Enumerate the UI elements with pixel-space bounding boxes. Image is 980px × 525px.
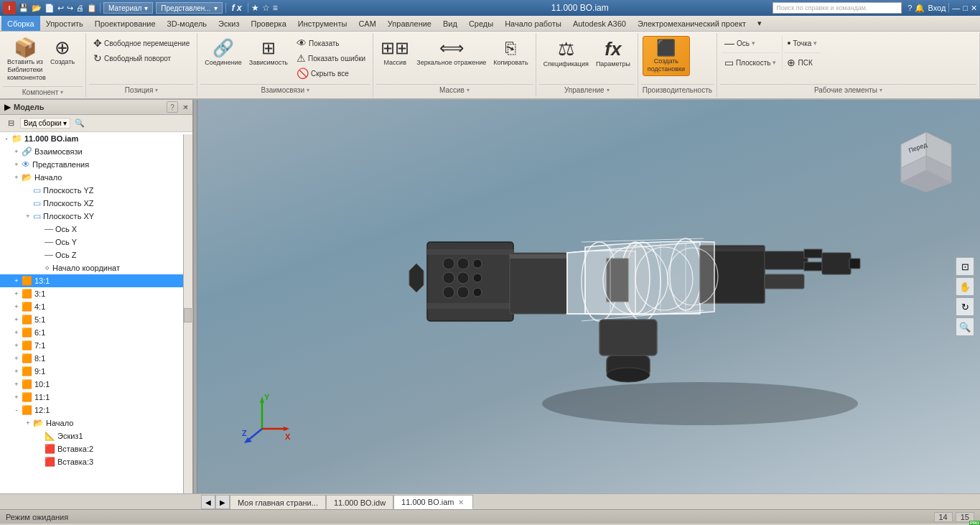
filter-btn[interactable]: ⊟ — [3, 116, 19, 131]
tree-item-axis-z[interactable]: — Ось Z — [0, 248, 192, 261]
menu-assembly[interactable]: Сборка — [1, 16, 40, 31]
tree-expand-origin[interactable]: + — [11, 172, 22, 182]
tree-item-constraints[interactable]: + 🔗 Взаимосвязи — [0, 145, 192, 158]
btn-free-move[interactable]: ✥ Свободное перемещение — [90, 36, 192, 50]
tab-iam[interactable]: 11.000 BO.iam ✕ — [393, 495, 473, 509]
btn-create-substitution[interactable]: ⬛ Создатьподстановки — [643, 36, 690, 76]
help-icon[interactable]: ? — [907, 4, 912, 12]
tree-item-12[interactable]: - 🟧 12:1 — [0, 404, 192, 417]
tree-item-xy[interactable]: + ▭ Плоскость XY — [0, 210, 192, 223]
zoom-extents-btn[interactable]: ⊡ — [956, 257, 974, 276]
tab-home[interactable]: Моя главная страни... — [230, 495, 326, 509]
btn-mirror[interactable]: ⟺ Зеркальное отражение — [414, 36, 489, 69]
menu-cam[interactable]: CAM — [353, 16, 381, 31]
tree-item-6[interactable]: + 🟧 6:1 — [0, 326, 192, 339]
open-icon[interactable]: 📂 — [32, 4, 42, 13]
tree-item-xz[interactable]: ▭ Плоскость XZ — [0, 197, 192, 210]
tree-item-origin-point[interactable]: ⋄ Начало координат — [0, 261, 192, 274]
tree-item-axis-x[interactable]: — Ось X — [0, 223, 192, 236]
minimize-btn[interactable]: — — [952, 4, 960, 12]
tree-item-yz[interactable]: ▭ Плоскость YZ — [0, 184, 192, 197]
tab-close-iam[interactable]: ✕ — [457, 498, 465, 506]
menu-manage[interactable]: Управление — [382, 16, 437, 31]
panel-close-btn[interactable]: ✕ — [179, 101, 191, 113]
menu-view[interactable]: Вид — [437, 16, 463, 31]
tree-expand-xy[interactable]: + — [23, 211, 33, 221]
new-icon[interactable]: 📄 — [45, 4, 55, 13]
tab-nav-left[interactable]: ◀ — [201, 495, 215, 509]
close-btn[interactable]: ✕ — [971, 4, 977, 13]
btn-ucs[interactable]: ⊕ ПСК — [784, 55, 820, 70]
tab-idw[interactable]: 11.000 BO.idw — [326, 495, 393, 509]
user-icon[interactable]: Вход — [928, 4, 946, 12]
scrollbar-thumb[interactable] — [184, 308, 192, 322]
search-model-btn[interactable]: 🔍 — [72, 116, 88, 131]
material-dropdown[interactable]: Материал▾ — [103, 2, 153, 14]
restore-btn[interactable]: □ — [963, 4, 968, 12]
btn-plane[interactable]: ▭ Плоскость ▾ — [722, 55, 780, 70]
btn-array[interactable]: ⊞⊞ Массив — [378, 36, 412, 69]
menu-environments[interactable]: Среды — [463, 16, 499, 31]
menu-check[interactable]: Проверка — [246, 16, 292, 31]
btn-hide-all[interactable]: 🚫 Скрыть все — [294, 66, 368, 80]
btn-parameters[interactable]: fx Параметры — [593, 36, 633, 70]
menu-more[interactable]: ▾ — [752, 16, 767, 31]
btn-copy[interactable]: ⎘ Копировать — [490, 36, 531, 69]
btn-free-rotate[interactable]: ↻ Свободный поворот — [90, 51, 192, 65]
tree-item-5[interactable]: + 🟧 5:1 — [0, 313, 192, 326]
orbit-btn[interactable]: ↻ — [956, 297, 974, 316]
menu-tools[interactable]: Инструменты — [292, 16, 353, 31]
menu-getstarted[interactable]: Начало работы — [499, 16, 567, 31]
tree-item-12-sketch1[interactable]: 📐 Эскиз1 — [0, 429, 192, 442]
tree-item-4[interactable]: + 🟧 4:1 — [0, 300, 192, 313]
panel-scrollbar[interactable] — [183, 134, 192, 493]
tree-item-7[interactable]: + 🟧 7:1 — [0, 339, 192, 352]
tree-item-origin[interactable]: + 📂 Начало — [0, 171, 192, 184]
save-icon[interactable]: 💾 — [19, 4, 29, 13]
view-dropdown[interactable]: Представлен...▾ — [156, 2, 222, 14]
tree-item-11[interactable]: + 🟧 11:1 — [0, 391, 192, 404]
btn-joint[interactable]: 🔗 Соединение — [202, 36, 245, 69]
tree-expand-representations[interactable]: + — [11, 159, 22, 169]
menu-electro[interactable]: Электромеханический проект — [632, 16, 752, 31]
tree-item-axis-y[interactable]: — Ось Y — [0, 236, 192, 248]
btn-axis[interactable]: — Ось ▾ — [722, 36, 780, 50]
favorites2-icon[interactable]: ☆ — [262, 3, 270, 13]
menu-icon[interactable]: ≡ — [273, 3, 278, 13]
menu-sketch[interactable]: Эскиз — [213, 16, 245, 31]
view-cube[interactable]: Перед — [894, 129, 951, 186]
tree-item-12-insert3[interactable]: 🟥 Вставка:3 — [0, 455, 192, 468]
tree-item-10[interactable]: + 🟧 10:1 — [0, 378, 192, 391]
undo-icon[interactable]: ↩ — [57, 4, 64, 13]
tree-item-3[interactable]: + 🟧 3:1 — [0, 287, 192, 300]
redo-icon[interactable]: ↪ — [67, 4, 73, 13]
menu-a360[interactable]: Autodesk A360 — [567, 16, 632, 31]
pan-btn[interactable]: ✋ — [956, 277, 974, 296]
tree-item-13[interactable]: + 🟧 13:1 — [0, 274, 192, 287]
btn-insert-from-library[interactable]: 📦 Вставить изБиблиотеки компонентов — [4, 36, 46, 83]
properties-icon[interactable]: 📋 — [87, 4, 97, 13]
tree-container[interactable]: - 📁 11.000 BO.iam + 🔗 Взаимосвязи + 👁 Пр… — [0, 132, 192, 493]
tree-item-9[interactable]: + 🟧 9:1 — [0, 365, 192, 378]
zoom-btn[interactable]: 🔍 — [956, 317, 974, 336]
menu-3dmodel[interactable]: 3D-модель — [162, 16, 213, 31]
panel-help-btn[interactable]: ? — [167, 101, 178, 113]
tree-expand[interactable]: - — [1, 134, 11, 144]
alerts-icon[interactable]: 🔔 — [915, 4, 925, 13]
viewport[interactable]: L∞ Y X Z — [197, 100, 980, 493]
btn-point[interactable]: • Точка ▾ — [784, 36, 820, 50]
print-icon[interactable]: 🖨 — [76, 4, 84, 12]
favorites-icon[interactable]: ★ — [251, 3, 259, 13]
tree-expand-constraints[interactable]: + — [11, 147, 22, 157]
btn-constrain[interactable]: ⊞ Зависимость — [246, 36, 291, 69]
tree-item-12-insert2[interactable]: 🟥 Вставка:2 — [0, 442, 192, 455]
tree-root[interactable]: - 📁 11.000 BO.iam — [0, 132, 192, 145]
menu-design[interactable]: Проектирование — [89, 16, 162, 31]
view-assembly-dropdown[interactable]: Вид сборки ▾ — [20, 118, 70, 129]
tab-nav-right[interactable]: ▶ — [215, 495, 230, 509]
search-bar[interactable]: Поиск по справке и командам. — [773, 2, 902, 14]
menu-simplify[interactable]: Упростить — [40, 16, 89, 31]
btn-bom[interactable]: ⚖ Спецификация — [541, 36, 592, 70]
tree-item-8[interactable]: + 🟧 8:1 — [0, 352, 192, 365]
btn-show-errors[interactable]: ⚠ Показать ошибки — [294, 51, 368, 65]
